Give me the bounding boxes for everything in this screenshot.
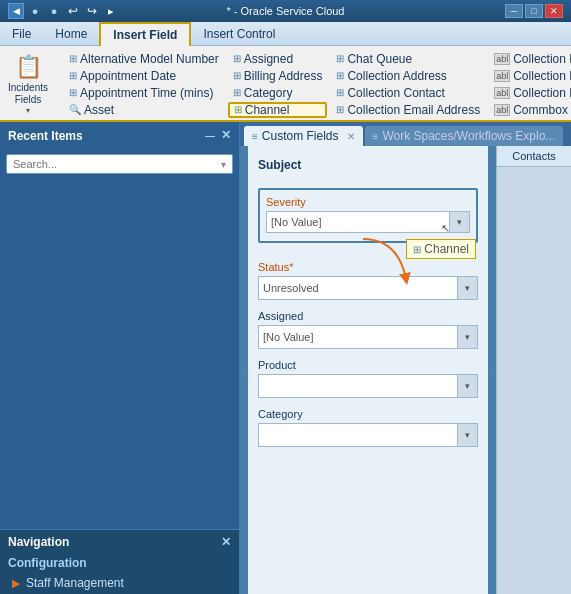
folder-icon: ▶ [12,577,20,590]
ribbon-item-appt-time[interactable]: ⊞ Appointment Time (mins) [64,85,224,101]
quick-access-icon-1[interactable]: ◀ [8,3,24,19]
category-value [259,433,457,437]
window-title: * - Oracle Service Cloud [227,5,345,17]
subject-label: Subject [258,154,478,176]
field-icon: ⊞ [69,53,77,64]
abl-icon-2: abl [494,70,510,82]
severity-label: Severity [266,196,470,208]
tab-icon-ws: ≡ [373,131,379,142]
ribbon-item-assigned[interactable]: ⊞ Assigned [228,51,328,67]
tab-home[interactable]: Home [43,22,99,45]
quick-access-icon-2[interactable]: ● [27,3,43,19]
channel-tooltip: ⊞ Channel [406,239,476,259]
field-icon-2: ⊞ [233,53,241,64]
category-field: Category ▾ [258,408,478,447]
search-dropdown-icon[interactable]: ▾ [221,159,226,170]
ribbon-item-category[interactable]: ⊞ Category [228,85,328,101]
abl-icon-3: abl [494,87,510,99]
tab-insert-field[interactable]: Insert Field [99,22,191,46]
status-select[interactable]: Unresolved ▾ [258,276,478,300]
tab-workspaces[interactable]: ≡ Work Spaces/Workflows Explo... [365,126,564,146]
ribbon-item-asset[interactable]: 🔍 Asset [64,102,224,118]
field-icon-5: ⊞ [336,53,344,64]
category-arrow-icon[interactable]: ▾ [457,424,477,446]
ribbon-item-channel[interactable]: ⊞ Channel [228,102,328,118]
incidents-fields-button[interactable]: 📋 IncidentsFields ▾ [4,50,52,118]
minimize-button[interactable]: ─ [505,4,523,18]
field-icon-7: ⊞ [336,87,344,98]
abl-icon-1: abl [494,53,510,65]
ribbon-item-billing[interactable]: ⊞ Billing Address [228,68,328,84]
product-field: Product ▾ [258,359,478,398]
resize-handle-right[interactable]: ··· [488,146,496,594]
tab-close-custom[interactable]: ✕ [347,131,355,142]
ribbon-item-collection-addr[interactable]: ⊞ Collection Address [331,68,485,84]
ribbon-item-collection-email[interactable]: ⊞ Collection Email Address [331,102,485,118]
quick-access-icon-3[interactable]: ● [46,3,62,19]
run-icon[interactable]: ▸ [103,3,119,19]
assigned-select[interactable]: [No Value] ▾ [258,325,478,349]
table-icon: ⊞ [234,104,242,115]
tab-file[interactable]: File [0,22,43,45]
severity-value: [No Value] [267,214,449,230]
search-icon-ribbon: 🔍 [69,104,81,115]
ribbon-item-collection-contact[interactable]: ⊞ Collection Contact [331,85,485,101]
nav-item-label: Staff Management [26,576,124,590]
channel-tooltip-icon: ⊞ [413,244,421,255]
search-bar: ▾ [6,154,233,174]
close-button[interactable]: ✕ [545,4,563,18]
ribbon-item-collection-n[interactable]: abl Collection N [489,51,571,67]
incidents-label: IncidentsFields [8,82,48,106]
product-value [259,384,457,388]
field-icon-4: ⊞ [233,87,241,98]
resize-handle-left[interactable]: ··· [240,146,248,594]
field-icon-8: ⊞ [336,104,344,115]
category-select[interactable]: ▾ [258,423,478,447]
status-field: Status* Unresolved ▾ [258,261,478,300]
ribbon-item-collection-p1[interactable]: abl Collection P [489,68,571,84]
status-value: Unresolved [259,280,457,296]
undo-icon[interactable]: ↩ [65,3,81,19]
nav-item-staff[interactable]: ▶ Staff Management [0,572,239,594]
ribbon-item-alt-model[interactable]: ⊞ Alternative Model Number [64,51,224,67]
tab-icon-custom: ≡ [252,131,258,142]
restore-button[interactable]: □ [525,4,543,18]
contacts-panel: Contacts [496,146,571,594]
severity-arrow-icon[interactable]: ▾ [449,212,469,232]
tab-insert-control[interactable]: Insert Control [191,22,287,45]
ribbon-item-appt-date[interactable]: ⊞ Appointment Date [64,68,224,84]
search-input[interactable] [13,158,221,170]
panel-minimize-icon[interactable]: ─ [205,128,215,144]
status-arrow-icon[interactable]: ▾ [457,277,477,299]
calendar-icon: ⊞ [69,70,77,81]
panel-close-icon[interactable]: ✕ [221,128,231,144]
severity-container: Severity [No Value] ▾ ↖ ⊞ Channel [258,188,478,243]
contacts-header: Contacts [497,146,571,167]
ribbon-item-collection-p2[interactable]: abl Collection P [489,85,571,101]
assigned-field: Assigned [No Value] ▾ [258,310,478,349]
redo-icon[interactable]: ↪ [84,3,100,19]
product-arrow-icon[interactable]: ▾ [457,375,477,397]
severity-select[interactable]: [No Value] ▾ [266,211,470,233]
ribbon-item-commbox[interactable]: abl Commbox C [489,102,571,118]
assigned-arrow-icon[interactable]: ▾ [457,326,477,348]
product-label: Product [258,359,478,371]
assigned-value: [No Value] [259,329,457,345]
nav-close-icon[interactable]: ✕ [221,535,231,549]
category-label: Category [258,408,478,420]
tab-custom-fields[interactable]: ≡ Custom Fields ✕ [244,126,363,146]
ribbon-item-chat-queue[interactable]: ⊞ Chat Queue [331,51,485,67]
recent-items-header: Recent Items ─ ✕ [0,122,239,150]
field-icon-3: ⊞ [233,70,241,81]
subject-field: Subject [258,154,478,176]
abl-icon-4: abl [494,104,510,116]
product-select[interactable]: ▾ [258,374,478,398]
assigned-label: Assigned [258,310,478,322]
nav-subheader: Configuration [0,554,239,572]
incidents-icon: 📋 [15,54,42,80]
status-label: Status* [258,261,478,273]
navigation-header: Navigation ✕ [0,530,239,554]
field-icon-6: ⊞ [336,70,344,81]
calendar-icon-2: ⊞ [69,87,77,98]
